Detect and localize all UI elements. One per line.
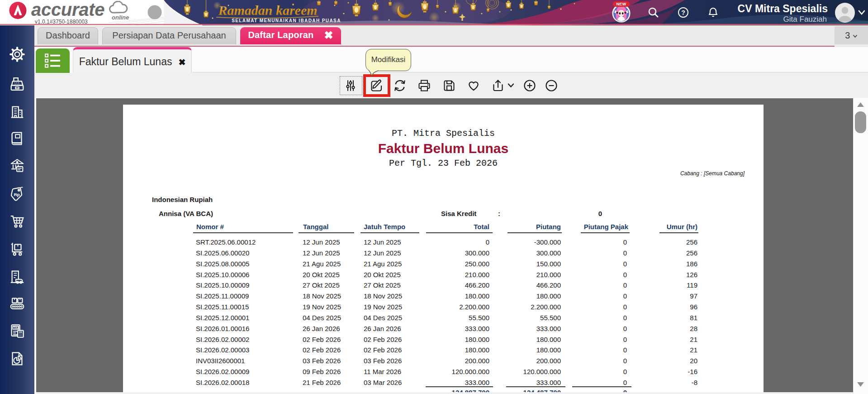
svg-text:Ramadan kareem: Ramadan kareem xyxy=(218,3,317,18)
svg-text:Rp: Rp xyxy=(14,192,19,197)
svg-text:TAX: TAX xyxy=(14,326,19,329)
svg-text:SELAMAT MENUNAIKAN IBADAH PUAS: SELAMAT MENUNAIKAN IBADAH PUASA xyxy=(232,18,341,23)
